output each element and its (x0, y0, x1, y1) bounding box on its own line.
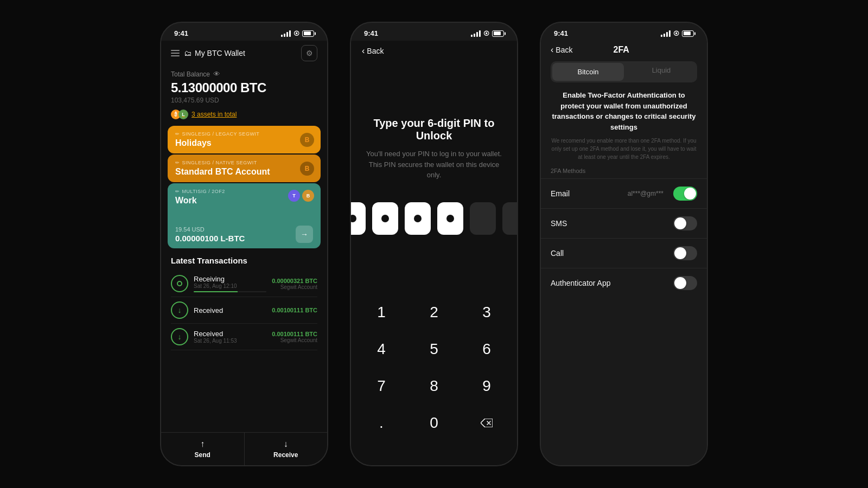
tx-details-2: Received (194, 306, 266, 314)
signal-icon-3 (661, 30, 671, 37)
back-button-2fa[interactable]: ‹ Back (551, 45, 572, 55)
settings-button[interactable]: ⚙ (301, 45, 317, 61)
twofa-page-title: 2FA (614, 45, 629, 55)
key-2[interactable]: 2 (414, 296, 454, 329)
battery-icon-2 (492, 30, 504, 37)
toggle-email[interactable] (673, 187, 697, 201)
key-3[interactable]: 3 (467, 296, 506, 329)
method-right-call (673, 246, 697, 260)
tx-item-2[interactable]: ↓ Received 0.00100111 BTC (171, 297, 317, 324)
key-0[interactable]: 0 (414, 407, 454, 439)
method-email: Email al***@gm*** (541, 178, 707, 208)
numpad-row-4: . 0 (362, 407, 506, 439)
status-icons-3: ⦿ (661, 30, 694, 37)
tx-date-1: Sat 26, Aug 12:10 (194, 283, 266, 289)
tx-item-1[interactable]: Receiving Sat 26, Aug 12:10 0.00000321 B… (171, 271, 317, 297)
lbtc-asset-icon: L (178, 110, 188, 119)
card-arrow-button[interactable]: → (296, 226, 313, 243)
tx-amount-3: 0.00100111 BTC (272, 331, 317, 337)
pin-title-section: Type your 6-digit PIN to Unlock You'll n… (351, 106, 517, 191)
back-button-pin[interactable]: ‹ Back (362, 46, 384, 56)
phone-wallet: 9:41 ⦿ 🗂 My BTC Wallet ⚙ (160, 22, 328, 466)
eye-icon[interactable]: 👁 (213, 70, 220, 78)
card-btc-badge-1: B (300, 133, 314, 147)
tx-title-2: Received (194, 306, 266, 314)
wifi-icon-3: ⦿ (673, 30, 679, 37)
card-lbtc: 0.00000100 L-BTC (175, 234, 313, 243)
tx-title-3: Received (194, 330, 266, 338)
toggle-knob-email (684, 188, 696, 200)
wallet-card-standard[interactable]: ✏ SINGLESIG / NATIVE SEGWIT Standard BTC… (168, 155, 321, 182)
wallet-card-work[interactable]: ✏ MULTISIG / 2OF2 Work T B 19.54 USD 0.0… (168, 183, 321, 248)
method-name-call: Call (551, 249, 564, 258)
status-bar-1: 9:41 ⦿ (161, 23, 327, 41)
pin-dot-5 (470, 202, 496, 235)
wallet-cards: ✏ SINGLESIG / LEGACY SEGWIT Holidays B ✏… (161, 126, 327, 248)
tx-icon-receiving (171, 275, 188, 292)
balance-section: Total Balance 👁 5.13000000 BTC 103,475.6… (161, 68, 327, 126)
wallet-header-left: 🗂 My BTC Wallet (171, 49, 245, 57)
wallet-card-holidays[interactable]: ✏ SINGLESIG / LEGACY SEGWIT Holidays B (168, 126, 321, 153)
toggle-knob-sms (674, 217, 686, 229)
method-sms: SMS (541, 208, 707, 238)
tx-details-3: Received Sat 26, Aug 11:53 (194, 330, 266, 344)
key-dot[interactable]: . (362, 407, 401, 439)
balance-label: Total Balance 👁 (171, 70, 317, 78)
numpad-row-1: 1 2 3 (362, 296, 506, 329)
tx-icon-received-3: ↓ (171, 328, 188, 345)
send-button[interactable]: ↑ Send (161, 433, 245, 465)
bottom-nav: ↑ Send ↓ Receive (161, 432, 327, 465)
pin-dot-6 (502, 202, 517, 235)
key-7[interactable]: 7 (362, 370, 401, 402)
wallet-name: 🗂 My BTC Wallet (184, 49, 245, 57)
pin-dots (351, 202, 517, 235)
twofa-screen: ‹ Back 2FA Bitcoin Liquid Enable Two-Fac… (541, 41, 707, 465)
pin-subtitle: You'll need your PIN to log in to your w… (362, 149, 506, 181)
status-icons-1: ⦿ (281, 30, 314, 37)
numpad: 1 2 3 4 5 6 7 8 9 . 0 (351, 296, 517, 444)
wallet-screen: 🗂 My BTC Wallet ⚙ Total Balance 👁 5.1300… (161, 41, 327, 465)
badge-t: T (288, 190, 300, 202)
toggle-authenticator[interactable] (673, 276, 697, 290)
key-backspace[interactable] (467, 407, 506, 439)
tab-bitcoin[interactable]: Bitcoin (552, 63, 624, 81)
battery-icon (302, 30, 314, 37)
tx-amount-section-2: 0.00100111 BTC (272, 307, 317, 313)
twofa-desc-main: Enable Two-Factor Authentication to prot… (551, 90, 697, 132)
tx-amount-2: 0.00100111 BTC (272, 307, 317, 313)
phone-2fa: 9:41 ⦿ ‹ Back 2FA Bitcoin Liquid Enable … (540, 22, 708, 466)
tx-icon-received-2: ↓ (171, 301, 188, 319)
time-2: 9:41 (364, 29, 378, 37)
receive-button[interactable]: ↓ Receive (245, 433, 328, 465)
key-8[interactable]: 8 (414, 370, 454, 402)
method-email-value: al***@gm*** (628, 190, 663, 197)
time-1: 9:41 (174, 29, 188, 37)
method-call: Call (541, 238, 707, 268)
toggle-call[interactable] (673, 246, 697, 260)
key-1[interactable]: 1 (362, 296, 401, 329)
chevron-left-icon-2fa: ‹ (551, 45, 553, 55)
balance-usd: 103,475.69 USD (171, 97, 317, 104)
toggle-sms[interactable] (673, 216, 697, 230)
send-icon: ↑ (200, 439, 205, 449)
pin-title: Type your 6-digit PIN to Unlock (362, 117, 506, 142)
method-right-email: al***@gm*** (628, 187, 697, 201)
card-usd: 19.54 USD (175, 226, 313, 233)
signal-icon-2 (471, 30, 481, 37)
menu-icon[interactable] (171, 50, 180, 56)
tx-item-3[interactable]: ↓ Received Sat 26, Aug 11:53 0.00100111 … (171, 324, 317, 350)
tab-liquid[interactable]: Liquid (626, 61, 697, 82)
key-9[interactable]: 9 (467, 370, 506, 402)
tx-account-1: Segwit Account (272, 284, 317, 290)
key-5[interactable]: 5 (414, 333, 454, 365)
key-4[interactable]: 4 (362, 333, 401, 365)
toggle-knob-authenticator (674, 277, 686, 289)
tx-amount-1: 0.00000321 BTC (272, 278, 317, 284)
toggle-knob-call (674, 247, 686, 259)
tx-progress-1 (194, 291, 266, 292)
battery-icon-3 (682, 30, 694, 37)
key-6[interactable]: 6 (467, 333, 506, 365)
assets-link[interactable]: ₿ L 3 assets in total (171, 110, 317, 119)
twofa-desc-sub: We recomend you enable more than one 2FA… (551, 137, 697, 161)
method-right-sms (673, 216, 697, 230)
